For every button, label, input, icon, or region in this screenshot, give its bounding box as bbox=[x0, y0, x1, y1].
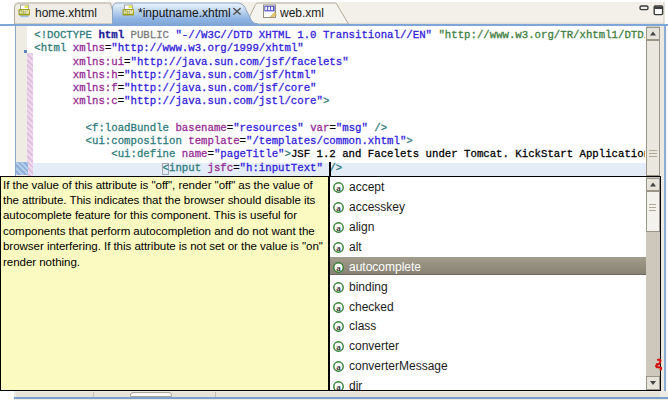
svg-text:HTM: HTM bbox=[20, 10, 30, 15]
svg-text:a: a bbox=[336, 302, 341, 312]
svg-text:a: a bbox=[336, 243, 341, 253]
svg-text:a: a bbox=[336, 282, 341, 292]
svg-text:a: a bbox=[336, 183, 341, 193]
svg-text:a: a bbox=[336, 223, 341, 233]
svg-text:a: a bbox=[336, 322, 341, 332]
svg-text:a: a bbox=[336, 342, 341, 352]
svg-text:a: a bbox=[336, 203, 341, 213]
svg-text:a: a bbox=[336, 382, 341, 392]
svg-text:a: a bbox=[336, 262, 341, 272]
svg-text:a: a bbox=[336, 362, 341, 372]
svg-text:HTM: HTM bbox=[124, 10, 134, 15]
